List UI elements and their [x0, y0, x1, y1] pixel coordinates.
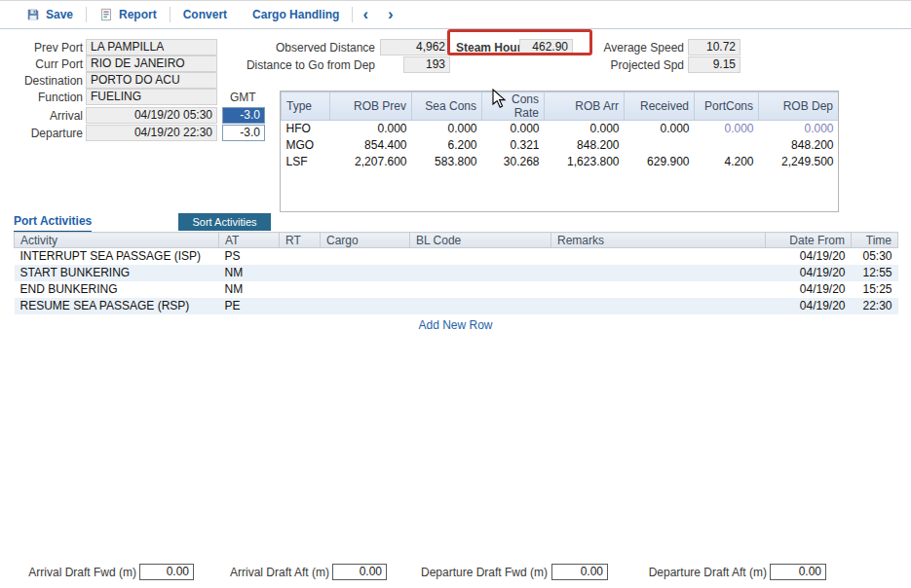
prev-page-button[interactable]: ‹ [353, 2, 378, 27]
act-cell [551, 248, 766, 265]
report-label: Report [119, 8, 157, 21]
distance-to-go-label: Distance to Go from Dep [234, 58, 375, 73]
act-cell: PS [219, 248, 280, 265]
fuel-col-portcons: PortCons [695, 92, 759, 121]
fuel-cell: 0.000 [545, 121, 625, 137]
fuel-cell: 848.200 [545, 137, 625, 154]
act-col-rt: RT [280, 233, 321, 248]
act-cell: END BUNKERING [15, 281, 219, 298]
report-button[interactable]: Report [87, 1, 170, 28]
report-icon [99, 8, 113, 21]
steam-hours-label: Steam Hours [456, 41, 524, 55]
activity-row[interactable]: RESUME SEA PASSAGE (RSP) PE 04/19/20 22:… [15, 298, 898, 314]
fuel-row-hfo[interactable]: HFO 0.000 0.000 0.000 0.000 0.000 0.000 … [282, 121, 839, 137]
act-cell: 15:25 [852, 281, 898, 298]
curr-port-label: Curr Port [0, 57, 83, 72]
act-col-date-from: Date From [766, 233, 852, 248]
act-cell [280, 298, 321, 314]
cargo-handling-label: Cargo Handling [252, 8, 339, 21]
observed-distance-field: 4,962 [380, 39, 450, 55]
departure-label: Departure [0, 127, 83, 141]
act-cell [280, 248, 321, 265]
fuel-col-rob-dep: ROB Dep [759, 92, 839, 121]
fuel-col-rob-prev: ROB Prev [330, 92, 412, 121]
act-cell: 04/19/20 [766, 281, 852, 298]
activity-row[interactable]: START BUNKERING NM 04/19/20 12:55 [15, 265, 898, 281]
act-cell: 04/19/20 [766, 265, 852, 281]
fuel-cell-editable[interactable]: 0.000 [759, 121, 839, 137]
fuel-header-row: Type ROB Prev Sea Cons Cons Rate ROB Arr… [282, 92, 839, 121]
destination-field: PORTO DO ACU [86, 72, 217, 89]
fuel-cell: 0.000 [412, 121, 482, 137]
fuel-cell: HFO [282, 121, 330, 137]
fuel-rob-panel: Type ROB Prev Sea Cons Cons Rate ROB Arr… [280, 91, 839, 212]
departure-field: 04/19/20 22:30 [86, 125, 217, 141]
arrival-draft-aft-input[interactable]: 0.00 [332, 564, 387, 580]
fuel-row-mgo[interactable]: MGO 854.400 6.200 0.321 848.200 848.200 [282, 137, 839, 154]
activities-header-row: Activity AT RT Cargo BL Code Remarks Dat… [15, 233, 898, 248]
distance-to-go-field: 193 [403, 56, 450, 73]
act-cell [280, 281, 321, 298]
arrival-label: Arrival [0, 109, 83, 124]
save-button[interactable]: Save [14, 1, 86, 28]
act-cell: PE [219, 298, 280, 314]
fuel-cell: 848.200 [759, 137, 839, 154]
tab-port-activities[interactable]: Port Activities [14, 214, 92, 234]
toolbar: Save Report Convert Cargo Handling ‹ › [0, 0, 911, 29]
fuel-cell: 2,249.500 [759, 154, 839, 170]
fuel-cell: LSF [282, 154, 330, 170]
arrival-field: 04/19/20 05:30 [86, 107, 217, 124]
steam-hours-field: 462.90 [519, 39, 573, 55]
act-cell: RESUME SEA PASSAGE (RSP) [15, 298, 219, 314]
port-activities-screen: Save Report Convert Cargo Handling ‹ › P… [0, 0, 911, 588]
fuel-cell: 4.200 [695, 154, 759, 170]
fuel-cell: 0.000 [482, 121, 545, 137]
fuel-cell: 629.900 [625, 154, 695, 170]
departure-draft-fwd-input[interactable]: 0.00 [551, 564, 608, 580]
act-cell: 04/19/20 [766, 298, 852, 314]
fuel-col-rob-arr: ROB Arr [545, 92, 625, 121]
act-cell [551, 298, 766, 314]
departure-draft-aft-input[interactable]: 0.00 [770, 564, 826, 580]
fuel-col-sea-cons: Sea Cons [412, 92, 482, 121]
act-cell [321, 265, 410, 281]
gmt-departure-input[interactable]: -3.0 [222, 125, 265, 141]
activity-row[interactable]: END BUNKERING NM 04/19/20 15:25 [15, 281, 898, 298]
sort-activities-button[interactable]: Sort Activities [178, 213, 271, 231]
act-col-remarks: Remarks [551, 233, 766, 248]
departure-draft-fwd-label: Departure Draft Fwd (m) [401, 566, 548, 580]
act-cell: START BUNKERING [15, 265, 219, 281]
act-col-activity: Activity [15, 233, 219, 248]
convert-button[interactable]: Convert [171, 1, 240, 28]
observed-distance-label: Observed Distance [258, 41, 375, 55]
act-col-cargo: Cargo [321, 233, 410, 248]
act-cell: NM [219, 265, 280, 281]
function-label: Function [0, 91, 83, 105]
fuel-cell: 2,207.600 [330, 154, 412, 170]
curr-port-field: RIO DE JANEIRO [86, 55, 217, 72]
fuel-cell: 30.268 [482, 154, 545, 170]
act-cell: 05:30 [852, 248, 898, 265]
fuel-cell: MGO [282, 137, 330, 154]
next-page-button[interactable]: › [378, 2, 403, 27]
fuel-cell-editable[interactable]: 0.000 [695, 121, 759, 137]
gmt-arrival-input[interactable]: -3.0 [222, 107, 265, 124]
act-cell [551, 265, 766, 281]
act-cell: 12:55 [852, 265, 898, 281]
average-speed-field: 10.72 [688, 39, 740, 55]
projected-speed-label: Projected Spd [594, 58, 684, 73]
fuel-cell: 6.200 [412, 137, 482, 154]
projected-speed-field: 9.15 [688, 56, 740, 73]
fuel-cell [695, 137, 759, 154]
fuel-row-lsf[interactable]: LSF 2,207.600 583.800 30.268 1,623.800 6… [282, 154, 839, 170]
arrival-draft-fwd-input[interactable]: 0.00 [139, 564, 194, 580]
fuel-col-type: Type [282, 92, 330, 121]
fuel-cell: 0.321 [482, 137, 545, 154]
act-cell [410, 265, 551, 281]
act-cell: INTERRUPT SEA PASSAGE (ISP) [15, 248, 219, 265]
add-new-row-link[interactable]: Add New Row [14, 318, 897, 332]
prev-port-label: Prev Port [0, 41, 83, 55]
activity-row[interactable]: INTERRUPT SEA PASSAGE (ISP) PS 04/19/20 … [15, 248, 898, 265]
act-cell [551, 281, 766, 298]
cargo-handling-button[interactable]: Cargo Handling [240, 1, 352, 28]
